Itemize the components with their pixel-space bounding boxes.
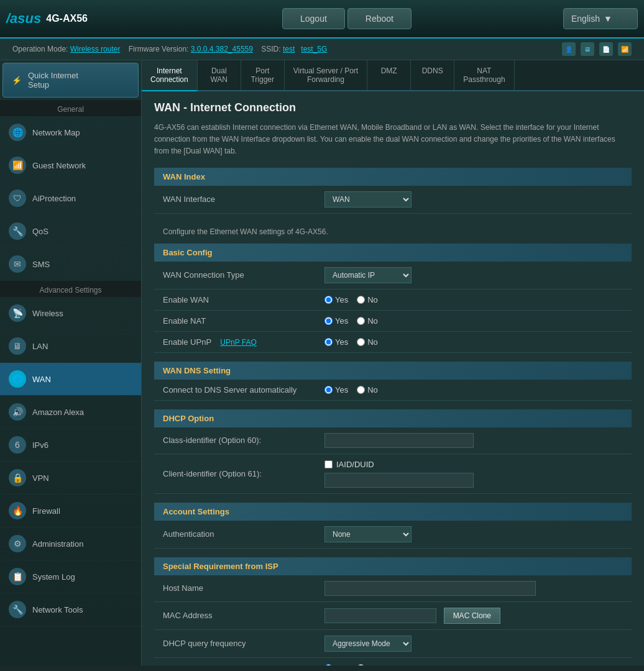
sidebar-item-wan[interactable]: 🌐 WAN [0,363,141,396]
enable-upnp-no-radio[interactable] [357,338,365,346]
tab-ddns[interactable]: DDNS [411,60,454,90]
sidebar-item-guest-network[interactable]: 📶 Guest Network [0,149,141,182]
enable-upnp-yes-radio[interactable] [324,338,333,346]
table-row: Connect to DNS Server automatically Yes … [154,380,632,401]
enable-wan-no-radio[interactable] [357,296,365,304]
table-row: Extend the TTL value Yes No [154,657,632,665]
connect-dns-no-radio[interactable] [357,386,365,394]
enable-nat-cell: Yes No [316,310,632,331]
sidebar-wireless-label: Wireless [32,309,63,318]
tab-dual-wan[interactable]: DualWAN [198,60,241,90]
ipv6-icon: 6 [9,436,26,454]
firmware-value[interactable]: 3.0.0.4.382_45559 [191,45,253,53]
sidebar-item-aiprotection[interactable]: 🛡 AiProtection [0,182,141,215]
iaid-duid-label: IAID/DUID [336,460,374,469]
enable-wan-no-label[interactable]: No [357,295,378,304]
enable-upnp-label: Enable UPnP [163,337,211,347]
dhcp-option-header: DHCP Option [154,409,632,427]
sidebar-item-ipv6[interactable]: 6 IPv6 [0,429,141,462]
extend-ttl-label: Extend the TTL value [154,657,316,665]
mac-clone-button[interactable]: MAC Clone [444,608,500,624]
header-buttons: Logout Reboot [131,8,563,29]
sidebar-item-sms[interactable]: ✉ SMS [0,248,141,281]
ssid-value1[interactable]: test [283,45,295,53]
enable-upnp-yes-label[interactable]: Yes [324,337,348,347]
wan-icon: 🌐 [9,370,26,388]
sidebar-firewall-label: Firewall [32,506,60,516]
sidebar-item-administration[interactable]: ⚙ Administration [0,527,141,560]
sidebar-item-wireless[interactable]: 📡 Wireless [0,297,141,330]
class-id-input[interactable] [324,433,474,448]
wan-conn-type-cell: Automatic IP [316,262,632,290]
sidebar-item-network-map[interactable]: 🌐 Network Map [0,116,141,149]
ssid-value2[interactable]: test_5G [301,45,327,53]
content-body: WAN - Internet Connection 4G-AX56 can es… [142,91,644,665]
wan-connection-type-select[interactable]: Automatic IP [324,267,412,283]
enable-upnp-radio-group: Yes No [324,337,623,347]
connect-dns-no-label[interactable]: No [357,385,378,395]
upnp-faq-link[interactable]: UPnP FAQ [220,338,256,347]
tab-virtual-server[interactable]: Virtual Server / PortForwarding [285,60,367,90]
sidebar-vpn-label: VPN [32,473,49,483]
tab-port-trigger[interactable]: PortTrigger [241,60,285,90]
connect-dns-yes-radio[interactable] [324,386,333,394]
enable-wan-yes-radio[interactable] [324,296,333,304]
sidebar-sms-label: SMS [32,260,50,269]
tabs-bar: InternetConnection DualWAN PortTrigger V… [142,60,644,91]
enable-nat-radio-group: Yes No [324,316,623,326]
sidebar-item-firewall[interactable]: 🔥 Firewall [0,495,141,527]
table-row: WAN Connection Type Automatic IP [154,262,632,290]
logout-button[interactable]: Logout [282,8,345,29]
class-id-cell [316,427,632,454]
sidebar-item-network-tools[interactable]: 🔧 Network Tools [0,593,141,626]
enable-nat-yes-label[interactable]: Yes [324,316,348,326]
sidebar-item-qos[interactable]: 🔧 QoS [0,215,141,248]
extend-ttl-no-radio[interactable] [357,664,365,665]
sidebar-ipv6-label: IPv6 [32,440,48,450]
connect-dns-radio-group: Yes No [324,385,623,395]
extend-ttl-yes-radio[interactable] [324,664,333,665]
mac-address-input[interactable] [324,608,436,623]
wan-interface-select[interactable]: WAN [324,191,412,208]
auth-label: Authentication [154,521,316,549]
logo-area: /asus 4G-AX56 [6,11,131,27]
table-row: Authentication None [154,521,632,549]
advanced-section-label: Advanced Settings [0,281,141,297]
reboot-button[interactable]: Reboot [347,8,412,29]
quick-setup-label: Quick InternetSetup [28,71,78,89]
enable-wan-yes-label[interactable]: Yes [324,295,348,304]
extend-ttl-no-label[interactable]: No [357,664,378,665]
op-mode-value[interactable]: Wireless router [70,45,121,53]
table-row: Enable UPnP UPnP FAQ Yes No [154,331,632,352]
general-section-label: General [0,100,141,116]
host-name-cell [316,575,632,602]
tab-internet-connection[interactable]: InternetConnection [142,60,198,91]
dhcp-freq-select[interactable]: Aggressive Mode [324,636,412,652]
sidebar-item-system-log[interactable]: 📋 System Log [0,560,141,593]
config-note: Configure the Ethernet WAN settings of 4… [154,222,632,241]
sidebar-item-vpn[interactable]: 🔒 VPN [0,462,141,495]
network-map-icon: 🌐 [9,124,26,141]
quick-internet-setup[interactable]: ⚡ Quick InternetSetup [2,63,139,98]
lan-icon: 🖥 [9,337,26,355]
auth-cell: None [316,521,632,549]
client-id-input[interactable] [324,473,474,488]
extend-ttl-yes-label[interactable]: Yes [324,664,348,665]
tab-dmz[interactable]: DMZ [367,60,411,90]
special-req-header: Special Requirement from ISP [154,557,632,575]
enable-nat-yes-radio[interactable] [324,317,333,325]
lang-label: English [571,14,600,24]
sidebar-item-lan[interactable]: 🖥 LAN [0,330,141,363]
sidebar-item-amazon-alexa[interactable]: 🔊 Amazon Alexa [0,396,141,429]
tab-nat-passthrough[interactable]: NATPassthrough [454,60,514,90]
auth-select[interactable]: None [324,526,412,542]
connect-dns-yes-label[interactable]: Yes [324,385,348,395]
iaid-duid-checkbox[interactable] [324,460,333,468]
enable-upnp-no-label[interactable]: No [357,337,378,347]
sidebar-administration-label: Administration [32,539,83,549]
signal-icon: 📶 [618,42,632,56]
host-name-input[interactable] [324,581,536,596]
language-selector[interactable]: English ▼ [563,8,638,29]
enable-nat-no-label[interactable]: No [357,316,378,326]
enable-nat-no-radio[interactable] [357,317,365,325]
